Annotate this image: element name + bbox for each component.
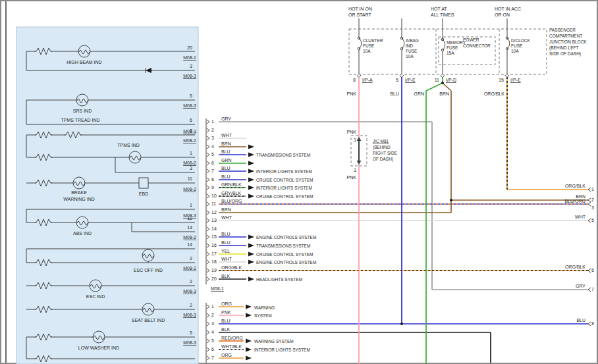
pin-number: 8 — [591, 321, 594, 326]
lamp-icon — [90, 280, 101, 292]
system-label: SYSTEM — [254, 313, 272, 318]
fuse-label: 10A — [363, 49, 371, 53]
wire-color-label: BLU — [221, 166, 231, 170]
ebd-box — [139, 178, 148, 188]
pin-number: 8 — [353, 78, 356, 82]
jc-caption: OF DASH) — [373, 157, 393, 162]
wire-color-label: WHT — [575, 215, 586, 219]
resistor-icon — [35, 355, 52, 363]
pin-number: 18 — [211, 259, 217, 264]
system-label: TRANSMISSIONS SYSTEM — [256, 153, 310, 157]
lamp-icon — [129, 151, 141, 163]
resistor-icon — [35, 47, 52, 55]
lamp-icon — [76, 94, 88, 106]
jc-name[interactable]: J/C M81 — [373, 139, 389, 143]
wire-color-label: BLU/ORG — [564, 199, 585, 203]
wire-color-label: BRN — [576, 194, 585, 199]
wire-color-label: BLU — [221, 174, 231, 179]
pin-number: 9 — [211, 185, 214, 190]
wire-color-label: BLU — [576, 318, 585, 323]
wire-color-label: GRY/BLK — [221, 191, 242, 195]
fuse-label: 15A — [447, 51, 454, 55]
pin-number: 1 — [211, 304, 214, 309]
lamp-icon — [76, 217, 88, 228]
pin-number: 16 — [211, 243, 217, 247]
jb-caption: SIDE OF DASH) — [549, 51, 581, 57]
pin-number: 14 — [211, 226, 217, 231]
wire-color-label: PNK — [221, 310, 231, 315]
junction-dot — [450, 199, 452, 201]
wire-color-label: BRN — [221, 207, 231, 212]
wire-color-label: BLK — [221, 327, 231, 332]
connector-link[interactable]: M08-2 — [183, 235, 196, 240]
connector-link[interactable]: M08-3 — [183, 74, 196, 78]
system-label: INTERIOR LIGHTS SYSTEM — [254, 348, 310, 352]
indicator-label: HIGH BEAM IND — [67, 60, 101, 65]
junction-dot — [400, 323, 403, 325]
fuse-label: IND — [406, 43, 414, 48]
pin-number: 5 — [396, 78, 398, 82]
pin-number: 12 — [211, 210, 217, 215]
connector-link[interactable]: M08-2 — [183, 266, 196, 271]
pin-number: 11 — [435, 78, 439, 82]
indicator-label: LOW WASHER IND — [78, 346, 119, 350]
pin-number: 19 — [211, 268, 217, 273]
wire-color-label: BLU — [221, 240, 231, 245]
wire-color-label: BLU — [390, 91, 399, 96]
connector-link[interactable]: M08-3 — [183, 289, 196, 294]
connector-link[interactable]: M08-2 — [183, 187, 196, 192]
connector-link[interactable]: M08-3 — [183, 103, 196, 108]
wire-color-label: ORG/BLK — [565, 265, 585, 269]
connector-link[interactable]: M08-2 — [183, 161, 196, 165]
pin-number: 4 — [211, 144, 214, 149]
indicator-label: BRAKE — [71, 190, 87, 195]
connector-link[interactable]: M08-1 — [183, 55, 196, 60]
connector-link[interactable]: M08-3 — [183, 313, 196, 317]
connector-link[interactable]: I/P-A — [362, 78, 373, 82]
pin-number: 11 — [188, 176, 192, 181]
pin-number: 5 — [190, 93, 192, 98]
wire-color-label: BLU — [221, 232, 231, 236]
wire-color-label: GRN — [221, 158, 232, 163]
pin-number: 7 — [211, 169, 214, 173]
indicator-label: SRS IND — [73, 109, 92, 113]
lamp-icon — [78, 45, 90, 57]
connector-link[interactable]: I/P-D — [446, 78, 456, 82]
wire-color-label: GRN — [414, 91, 424, 96]
wire-color-label: ORG/BLK — [484, 91, 504, 96]
jb-caption: PASSENGER — [549, 28, 576, 32]
pin-number: 13 — [187, 225, 192, 230]
pin-number: 2 — [190, 303, 192, 307]
connector-link[interactable]: I/P-E — [405, 78, 416, 82]
wire-color-label: ORG/BLK — [565, 184, 585, 188]
pin-number: 20 — [187, 45, 192, 50]
hot-label: HOT AT — [431, 7, 447, 11]
pin-number: 3 — [591, 205, 594, 210]
resistor-icon — [35, 333, 52, 341]
pin-number: 3 — [190, 166, 192, 170]
wire-color-label: BLU — [221, 149, 231, 154]
connector-link[interactable]: M08-2 — [183, 138, 196, 143]
connector-name[interactable]: M08-1 — [211, 286, 224, 291]
system-label: CRUISE CONTROL SYSTEM — [256, 252, 313, 257]
pin-number: 6 — [591, 268, 594, 273]
hot-label: OR START — [348, 13, 371, 17]
indicator-label: TPMS TREAD IND — [61, 118, 100, 122]
connector-link[interactable]: I/P-E — [510, 78, 521, 82]
power-connector-label: POWER — [463, 38, 479, 42]
connector-link[interactable]: M08-3 — [183, 340, 196, 345]
system-label: TRANSMISSIONS SYSTEM — [256, 244, 310, 248]
jc-caption: (BEHIND — [373, 145, 391, 150]
pin-number: 2 — [190, 279, 192, 284]
resistor-icon — [35, 282, 52, 290]
junction-dot — [441, 82, 444, 84]
system-label: WARNING SYSTEM — [254, 339, 294, 344]
pin-number: 6 — [190, 118, 192, 122]
pin-number: 1 — [354, 138, 356, 142]
hot-label: HOT IN ON — [348, 7, 372, 11]
pin-number: 2 — [211, 313, 214, 317]
pin-number: 10 — [211, 194, 217, 198]
wire-color-label: PNK — [347, 130, 357, 134]
lamp-icon — [73, 177, 85, 189]
pin-number: 5 — [591, 218, 594, 222]
